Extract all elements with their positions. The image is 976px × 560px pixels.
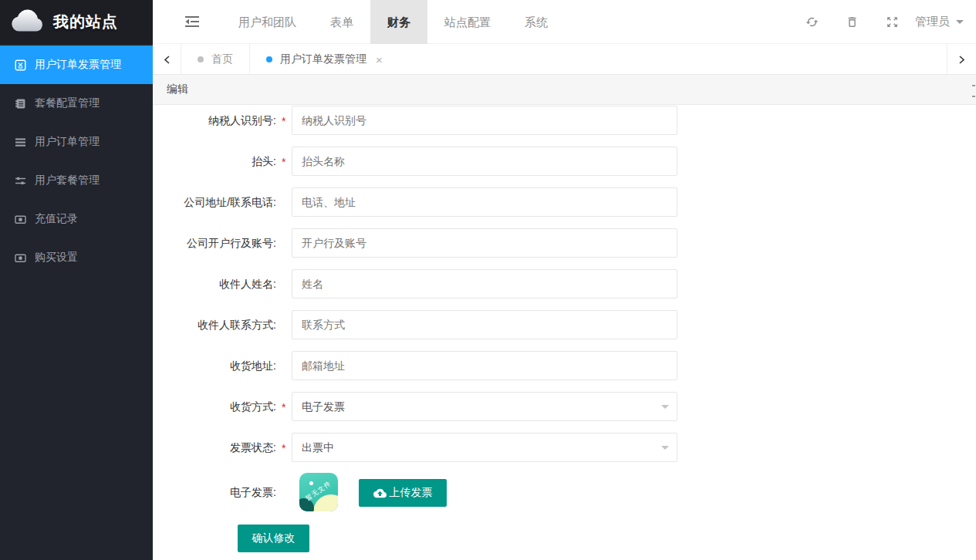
form-row-tax-id: 纳税人识别号: * [153,106,976,135]
required-star: * [282,106,285,136]
sidebar-item-label: 套餐配置管理 [35,96,100,110]
thumb-dot [309,481,313,485]
form-row-recipient-name: 收件人姓名: * [153,269,976,299]
sidebar-item-invoice-management[interactable]: 用户订单发票管理 [0,46,153,84]
company-address-input[interactable] [292,187,677,217]
required-star: * [282,393,285,422]
sidebar-item-recharge-records[interactable]: 充值记录 [0,200,153,238]
sidebar-item-label: 充值记录 [35,212,78,226]
field-label: 抬头: [153,147,276,176]
site-title: 我的站点 [53,12,118,32]
nav-item-forms[interactable]: 表单 [313,0,370,44]
order-list-icon [15,137,26,148]
confirm-submit-button[interactable]: 确认修改 [238,525,309,552]
invoice-title-input[interactable] [292,147,677,176]
trash-icon[interactable] [832,15,872,29]
tab-close-icon[interactable]: × [376,54,383,66]
recipient-name-input[interactable] [292,269,677,299]
nav-item-finance[interactable]: 财务 [370,0,427,44]
field-label: 公司地址/联系电话: [153,187,276,217]
select-arrow-icon [661,405,669,413]
field-label: 收件人联系方式: [153,310,276,339]
required-star: * [282,433,285,463]
form-row-delivery-method: 收货方式: * 电子发票 [153,392,976,421]
purchase-settings-icon [15,252,26,264]
page-toolbar: 编辑 [153,75,976,105]
admin-dropdown[interactable]: 管理员 [915,15,964,29]
form-row-invoice-status: 发票状态: * 出票中 [153,433,976,462]
admin-label: 管理员 [915,15,950,29]
sidebar-menu: 用户订单发票管理 套餐配置管理 用户订单管理 用户套餐管理 充值记录 [0,44,153,277]
required-star: * [282,147,285,177]
tab-status-dot [266,56,272,62]
field-label: 收件人姓名: [153,269,276,299]
field-label: 收货方式: [153,392,276,421]
form-row-e-invoice: 电子发票: 暂无文件 上传发票 [153,473,976,511]
sidebar-item-user-package[interactable]: 用户套餐管理 [0,161,153,200]
recharge-record-icon [15,214,26,225]
delivery-method-select[interactable]: 电子发票 [292,392,677,421]
sidebar-item-package-config[interactable]: 套餐配置管理 [0,84,153,123]
tab-scroll-right-icon[interactable] [947,44,976,75]
sidebar: 我的站点 用户订单发票管理 套餐配置管理 用户订单管理 用户套餐管理 [0,0,153,560]
page-title: 编辑 [167,83,188,96]
bank-account-input[interactable] [292,228,677,258]
tab-invoice-management[interactable]: 用户订单发票管理 × [249,44,399,75]
select-arrow-icon [661,446,669,454]
tax-id-input[interactable] [292,106,677,135]
recipient-contact-input[interactable] [292,310,677,339]
invoice-doc-icon [15,59,26,71]
brand-header: 我的站点 [0,0,153,44]
nav-item-site-config[interactable]: 站点配置 [427,0,508,44]
invoice-status-select[interactable]: 出票中 [292,433,677,462]
nav-item-users-teams[interactable]: 用户和团队 [221,0,313,44]
scrollbar-grip[interactable] [972,85,975,106]
header-actions: 管理员 [792,15,976,29]
package-config-icon [15,98,26,110]
field-label: 收货地址: [153,351,276,380]
tab-home[interactable]: 首页 [181,44,249,75]
top-nav: 用户和团队 表单 财务 站点配置 系统 [221,0,565,44]
form-row-delivery-address: 收货地址: * [153,351,976,380]
upload-invoice-button[interactable]: 上传发票 [359,479,447,507]
fullscreen-icon[interactable] [872,15,912,29]
tab-status-dot [198,56,204,62]
form-row-bank-account: 公司开户行及账号: * [153,228,976,258]
form-row-recipient-contact: 收件人联系方式: * [153,310,976,339]
nav-item-system[interactable]: 系统 [508,0,565,44]
sidebar-item-label: 用户订单发票管理 [35,58,121,72]
sidebar-item-label: 购买设置 [35,251,78,265]
field-label: 纳税人识别号: [153,106,276,135]
refresh-icon[interactable] [792,15,832,29]
form-row-title: 抬头: * [153,147,976,176]
sidebar-item-order-management[interactable]: 用户订单管理 [0,123,153,161]
user-package-icon [15,175,26,187]
sidebar-item-label: 用户套餐管理 [35,174,100,187]
collapse-menu-icon[interactable] [185,16,199,27]
field-label: 电子发票: [153,477,276,507]
tab-scroll-left-icon[interactable] [153,44,181,75]
sidebar-item-purchase-settings[interactable]: 购买设置 [0,238,153,277]
sidebar-item-label: 用户订单管理 [35,135,100,149]
cloud-logo-icon [9,9,46,35]
tab-bar: 首页 用户订单发票管理 × [153,44,976,75]
delivery-address-input[interactable] [292,351,677,380]
field-label: 公司开户行及账号: [153,228,276,258]
top-header: 用户和团队 表单 财务 站点配置 系统 管理员 [153,0,976,44]
chevron-down-icon [956,20,964,28]
upload-cloud-icon [373,487,387,500]
invoice-preview-thumbnail[interactable]: 暂无文件 [299,473,338,511]
edit-form: 纳税人识别号: * 抬头: * 公司地址/联系电话: * 公司开户行及账号: *… [153,105,976,560]
form-row-company-address: 公司地址/联系电话: * [153,187,976,217]
field-label: 发票状态: [153,433,276,462]
